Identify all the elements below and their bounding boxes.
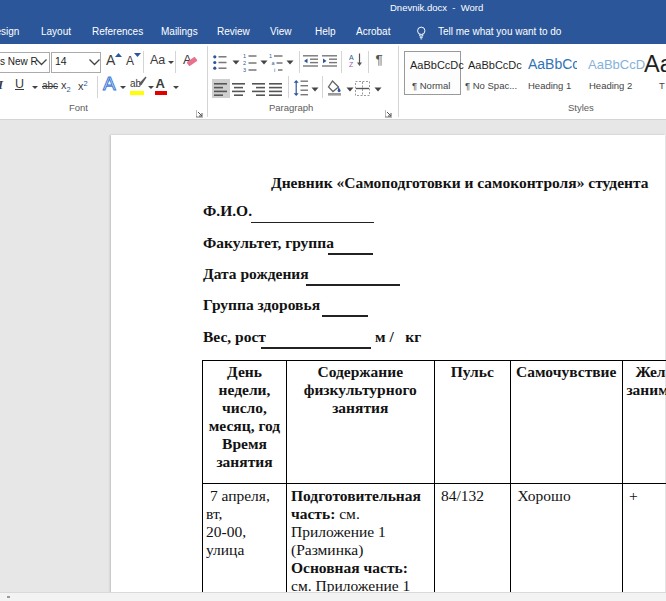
svg-text:i: i xyxy=(274,67,275,72)
svg-text:a: a xyxy=(272,60,276,66)
svg-text:2: 2 xyxy=(243,60,246,66)
svg-text:1: 1 xyxy=(243,53,246,59)
svg-text:A: A xyxy=(349,54,354,61)
svg-text:3: 3 xyxy=(243,67,246,72)
svg-text:Z: Z xyxy=(349,61,354,68)
svg-text:1: 1 xyxy=(269,53,272,59)
